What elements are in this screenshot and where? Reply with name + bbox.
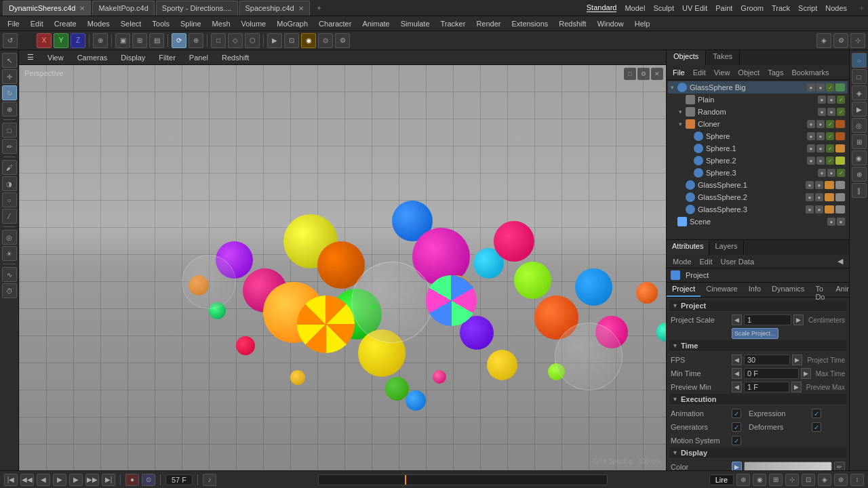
- menu-file[interactable]: File: [3, 18, 24, 29]
- attrs-toolbar-mode[interactable]: Mode: [669, 257, 695, 266]
- timeline-start-button[interactable]: |◀: [4, 474, 18, 486]
- obj-mat-icon[interactable]: [825, 181, 834, 189]
- timeline-scrubber[interactable]: [318, 474, 608, 485]
- redo-button[interactable]: [20, 33, 35, 48]
- undo-button[interactable]: ↺: [3, 33, 18, 48]
- attr-color-swatch[interactable]: [744, 462, 832, 470]
- attrs-back-button[interactable]: ◀: [834, 256, 846, 266]
- obj-vis-icon[interactable]: ●: [807, 144, 815, 152]
- tab-add-button[interactable]: ＋: [311, 3, 327, 13]
- sculpt-tool[interactable]: ◑: [2, 176, 17, 191]
- obj-toolbar-object[interactable]: Object: [734, 68, 763, 77]
- transform-mode-button[interactable]: ⟳: [172, 33, 186, 48]
- attrs-toolbar-userdata[interactable]: User Data: [717, 257, 758, 266]
- spline-tool[interactable]: ✏: [2, 139, 17, 154]
- timeline-end-button[interactable]: ▶|: [102, 474, 115, 486]
- tab-close-spaceship[interactable]: ✕: [298, 5, 304, 12]
- nav-paint[interactable]: Paint: [715, 4, 732, 12]
- attr-motionsystem-checkbox[interactable]: ✓: [732, 436, 741, 445]
- vp-cameras[interactable]: Cameras: [73, 53, 112, 62]
- proj-tab-cineware[interactable]: Cineware: [701, 283, 743, 297]
- bb-icon-7[interactable]: ⊛: [834, 474, 848, 486]
- obj-vis-icon[interactable]: ●: [807, 157, 815, 165]
- obj-mat-icon[interactable]: [825, 205, 834, 214]
- menu-animate[interactable]: Animate: [357, 18, 394, 29]
- obj-toolbar-view[interactable]: View: [711, 68, 734, 77]
- obj-toolbar-bookmarks[interactable]: Bookmarks: [788, 68, 832, 77]
- menu-modes[interactable]: Modes: [83, 18, 115, 29]
- obj-item-sphere3[interactable]: Sphere.3 ● ● ✓: [668, 167, 848, 179]
- obj-color-icon[interactable]: [835, 120, 845, 128]
- obj-vis-icon[interactable]: ●: [806, 193, 814, 201]
- viewport-maximize-button[interactable]: □: [624, 68, 636, 80]
- render-settings-button[interactable]: ⚙: [335, 33, 350, 48]
- attr-deformers-checkbox[interactable]: ✓: [812, 422, 821, 432]
- attr-color-button[interactable]: ▶: [732, 462, 742, 470]
- obj-item-sphere1[interactable]: Sphere.1 ● ● ✓: [668, 142, 848, 155]
- ri-scene-btn[interactable]: □: [852, 69, 867, 84]
- viewport-canvas[interactable]: Perspective: [19, 65, 666, 470]
- obj-toolbar-file[interactable]: File: [669, 68, 688, 77]
- brush-tool[interactable]: ○: [2, 192, 17, 207]
- obj-item-cloner[interactable]: ▾ Cloner ● ● ✓: [668, 118, 848, 130]
- select-tool[interactable]: ↖: [2, 53, 17, 68]
- render-to-po-button[interactable]: ⊙: [318, 33, 333, 48]
- tab-objects[interactable]: Objects: [667, 50, 706, 65]
- obj-item-glasssphere2[interactable]: GlassSphere.2 ● ●: [668, 191, 848, 203]
- ri-xpresso-btn[interactable]: ⊕: [852, 167, 867, 182]
- obj-item-glassspherebig[interactable]: ▾ GlassSphere Big ● ● ✓: [668, 81, 848, 94]
- menu-mograph[interactable]: MoGraph: [272, 18, 313, 29]
- menu-tracker[interactable]: Tracker: [436, 18, 471, 29]
- section-time[interactable]: ▼ Time: [669, 340, 846, 352]
- attr-previewmin-increment[interactable]: ▶: [791, 382, 802, 392]
- menu-mesh[interactable]: Mesh: [208, 18, 235, 29]
- attr-project-scale-input[interactable]: 1: [744, 314, 791, 325]
- magnet-tool[interactable]: ∿: [2, 267, 17, 282]
- menu-create[interactable]: Create: [50, 18, 81, 29]
- bb-icon-3[interactable]: ⊞: [769, 474, 783, 486]
- attr-fps-input[interactable]: 30: [744, 354, 790, 365]
- tab-attributes[interactable]: Attributes: [667, 240, 709, 255]
- render-active-button[interactable]: ◉: [301, 33, 316, 48]
- attr-decrement-button[interactable]: ◀: [732, 314, 742, 325]
- timeline-audio-button[interactable]: ♪: [203, 474, 216, 486]
- obj-item-scene[interactable]: Scene ● ●: [668, 216, 848, 228]
- axis-z-button[interactable]: Z: [71, 33, 85, 48]
- timeline-tool[interactable]: ⏱: [2, 283, 17, 298]
- timeline-prev-frame-button[interactable]: ◀: [37, 474, 50, 486]
- vp-redshift[interactable]: Redshift: [218, 53, 253, 62]
- render-preview-button[interactable]: ▶: [267, 33, 282, 48]
- obj-item-sphere[interactable]: Sphere ● ● ✓: [668, 130, 848, 142]
- obj-vis-icon[interactable]: ●: [807, 83, 815, 92]
- menu-window[interactable]: Window: [593, 18, 629, 29]
- proj-tab-info[interactable]: Info: [743, 283, 766, 297]
- vp-filter[interactable]: Filter: [155, 53, 179, 62]
- attr-animation-checkbox[interactable]: ✓: [732, 409, 741, 418]
- axis-y-button[interactable]: Y: [54, 33, 68, 48]
- attr-previewmin-decrement[interactable]: ◀: [732, 382, 742, 392]
- obj-lock-icon[interactable]: ●: [815, 193, 823, 201]
- vp-display[interactable]: Display: [117, 53, 149, 62]
- obj-solo-icon[interactable]: ✓: [837, 108, 845, 116]
- camera-tool[interactable]: ◎: [2, 230, 17, 245]
- section-display[interactable]: ▼ Display: [669, 447, 846, 459]
- nav-sculpt[interactable]: Sculpt: [653, 4, 674, 12]
- viewport-settings-button[interactable]: ⚙: [637, 68, 650, 80]
- bb-icon-4[interactable]: ⊹: [785, 474, 799, 486]
- vp-menu-icon[interactable]: ☰: [23, 52, 38, 62]
- obj-vis-icon[interactable]: ●: [807, 120, 815, 128]
- obj-solo-icon[interactable]: ✓: [826, 144, 834, 152]
- obj-item-glasssphere3[interactable]: GlassSphere.3 ● ●: [668, 203, 848, 216]
- ri-time-btn[interactable]: ◎: [852, 118, 867, 133]
- bb-zoom-button[interactable]: ↕: [850, 474, 864, 486]
- obj-mat-icon[interactable]: [835, 132, 845, 140]
- tab-sporty[interactable]: Sporty - Directions....: [156, 1, 238, 16]
- object-mode-button[interactable]: □: [211, 33, 226, 48]
- menu-spline[interactable]: Spline: [176, 18, 206, 29]
- obj-toolbar-tags[interactable]: Tags: [764, 68, 787, 77]
- obj-lock-icon[interactable]: ●: [816, 83, 825, 92]
- attr-color-picker-btn[interactable]: ✏: [834, 462, 845, 470]
- obj-item-glasssphere1[interactable]: GlassSphere.1 ● ●: [668, 179, 848, 191]
- menu-select[interactable]: Select: [116, 18, 146, 29]
- bb-icon-1[interactable]: ⊕: [736, 474, 750, 486]
